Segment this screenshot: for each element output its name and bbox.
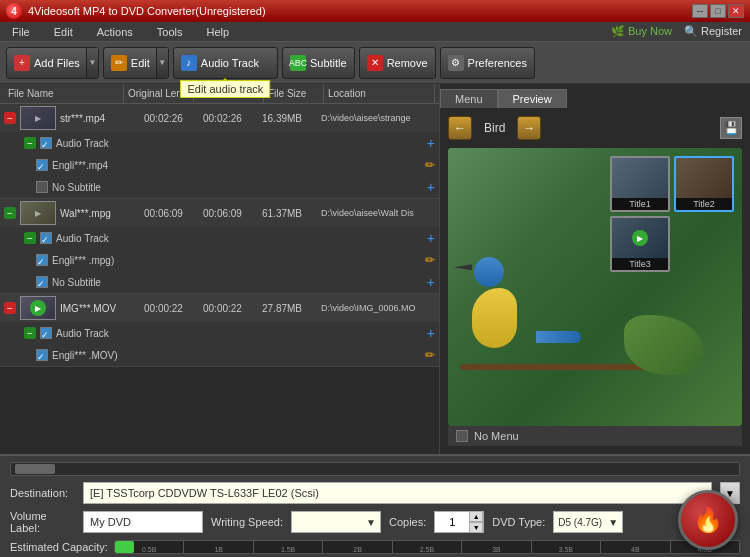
track-add-3[interactable]: +	[427, 325, 435, 341]
sub-name-3: Engli*** .MOV)	[52, 350, 118, 361]
add-files-dropdown-arrow[interactable]: ▼	[86, 48, 98, 78]
subtitle-button[interactable]: ABC Subtitle	[282, 47, 355, 79]
title-bar: 4 4Videosoft MP4 to DVD Converter(Unregi…	[0, 0, 750, 22]
window-controls: ─ □ ✕	[692, 4, 744, 18]
track-row-2: − Audio Track +	[0, 227, 439, 249]
track-label-1: Audio Track	[56, 138, 109, 149]
mark-7: 3.5B	[532, 541, 601, 553]
track-checkbox-2[interactable]	[40, 232, 52, 244]
copies-spinner[interactable]: 1 ▲ ▼	[434, 511, 484, 533]
no-menu-checkbox[interactable]	[456, 430, 468, 442]
preferences-button[interactable]: ⚙ Preferences	[440, 47, 535, 79]
sub-checkbox-2[interactable]	[36, 254, 48, 266]
dvd-next-button[interactable]: →	[517, 116, 541, 140]
table-row[interactable]: − ▶ IMG***.MOV 00:00:22 00:00:22 27.87MB…	[0, 294, 439, 322]
col-header-size: File Size	[264, 84, 324, 103]
dvd-tabs: Menu Preview	[440, 84, 750, 108]
sub-checkbox-3[interactable]	[36, 349, 48, 361]
collapse-button-3[interactable]: −	[4, 302, 16, 314]
sub-checkbox-1[interactable]	[36, 159, 48, 171]
track-checkbox-3[interactable]	[40, 327, 52, 339]
horizontal-scrollbar[interactable]	[10, 462, 740, 476]
buy-now-link[interactable]: 🌿 Buy Now	[611, 25, 672, 38]
minimize-button[interactable]: ─	[692, 4, 708, 18]
title-thumb-row-2: ▶ Title3	[610, 216, 734, 272]
destination-combo[interactable]: [E] TSSTcorp CDDVDW TS-L633F LE02 (Scsi)	[83, 482, 712, 504]
collapse-button-2[interactable]: −	[4, 207, 16, 219]
capacity-marks: 0.5B 1B 1.5B 2B 2.5B 3B 3.5B 4B 4.5B	[115, 541, 739, 553]
add-files-button[interactable]: + Add Files ▼	[6, 47, 99, 79]
tab-menu[interactable]: Menu	[440, 89, 498, 108]
dvd-panel: Menu Preview ← Bird → 💾	[440, 84, 750, 454]
title-thumb-3[interactable]: ▶ Title3	[610, 216, 670, 272]
edit-button[interactable]: ✏ Edit ▼	[103, 47, 169, 79]
menu-tools[interactable]: Tools	[153, 24, 187, 40]
scroll-thumb[interactable]	[15, 464, 55, 474]
sub-edit-3[interactable]: ✏	[425, 348, 435, 362]
tab-preview[interactable]: Preview	[498, 89, 567, 108]
table-row[interactable]: − ▶ str***.mp4 00:02:26 00:02:26 16.39MB…	[0, 104, 439, 132]
col-header-name: File Name	[4, 84, 124, 103]
file-size-3: 27.87MB	[262, 303, 317, 314]
volume-input[interactable]	[83, 511, 203, 533]
copies-up-button[interactable]: ▲	[469, 511, 483, 522]
sub-row-3: Engli*** .MOV) ✏	[0, 344, 439, 366]
subtitle-checkbox-1[interactable]	[36, 181, 48, 193]
dvd-save-button[interactable]: 💾	[720, 117, 742, 139]
dvd-prev-button[interactable]: ←	[448, 116, 472, 140]
register-link[interactable]: 🔍 Register	[684, 25, 742, 38]
menu-edit[interactable]: Edit	[50, 24, 77, 40]
mark-4: 2B	[323, 541, 392, 553]
title-thumb-1[interactable]: Title1	[610, 156, 670, 212]
title-thumbnails: Title1 Title2 ▶ Title3	[610, 156, 734, 272]
copies-down-button[interactable]: ▼	[469, 522, 483, 533]
file-group-1: − ▶ str***.mp4 00:02:26 00:02:26 16.39MB…	[0, 104, 439, 199]
destination-row: Destination: [E] TSSTcorp CDDVDW TS-L633…	[10, 482, 740, 504]
mark-8: 4B	[601, 541, 670, 553]
remove-button[interactable]: ✕ Remove	[359, 47, 436, 79]
bird-body	[472, 288, 517, 348]
sub-edit-1[interactable]: ✏	[425, 158, 435, 172]
app-icon: 4	[6, 3, 22, 19]
file-thumbnail-3: ▶	[20, 296, 56, 320]
track-checkbox-1[interactable]	[40, 137, 52, 149]
dvd-type-combo[interactable]: D5 (4.7G) ▼	[553, 511, 623, 533]
menu-help[interactable]: Help	[202, 24, 233, 40]
thumb-label-1: Title1	[612, 198, 668, 210]
copies-label: Copies:	[389, 516, 426, 528]
mark-3: 1.5B	[254, 541, 323, 553]
maximize-button[interactable]: □	[710, 4, 726, 18]
no-subtitle-row-1: No Subtitle +	[0, 176, 439, 198]
flame-icon: 🔥	[693, 506, 723, 534]
table-row[interactable]: − ▶ Wal***.mpg 00:06:09 00:06:09 61.37MB…	[0, 199, 439, 227]
edit-dropdown-arrow[interactable]: ▼	[156, 48, 168, 78]
menu-file[interactable]: File	[8, 24, 34, 40]
thumb-label-2: Title2	[676, 198, 732, 210]
subtitle-checkbox-2[interactable]	[36, 276, 48, 288]
subtitle-add-1[interactable]: +	[427, 179, 435, 195]
subtitle-add-2[interactable]: +	[427, 274, 435, 290]
collapse-button-1[interactable]: −	[4, 112, 16, 124]
title-thumb-2[interactable]: Title2	[674, 156, 734, 212]
audio-track-button[interactable]: ♪ Audio Track Edit audio track	[173, 47, 278, 79]
writing-speed-combo[interactable]: ▼	[291, 511, 381, 533]
file-size-2: 61.37MB	[262, 208, 317, 219]
track-collapse-3[interactable]: −	[24, 327, 36, 339]
close-button[interactable]: ✕	[728, 4, 744, 18]
thumb-label-3: Title3	[612, 258, 668, 270]
menu-actions[interactable]: Actions	[93, 24, 137, 40]
toolbar: + Add Files ▼ ✏ Edit ▼ ♪ Audio Track Edi…	[0, 42, 750, 84]
track-add-2[interactable]: +	[427, 230, 435, 246]
subtitle-icon: ABC	[290, 55, 306, 71]
sub-edit-2[interactable]: ✏	[425, 253, 435, 267]
track-add-1[interactable]: +	[427, 135, 435, 151]
track-collapse-2[interactable]: −	[24, 232, 36, 244]
file-list: File Name Original Leni Trimmed Len File…	[0, 84, 440, 454]
bird-tail	[536, 331, 581, 343]
burn-button[interactable]: 🔥	[678, 490, 738, 550]
track-label-3: Audio Track	[56, 328, 109, 339]
col-header-loc: Location	[324, 84, 435, 103]
track-collapse-1[interactable]: −	[24, 137, 36, 149]
dvd-title-label: Bird	[484, 121, 505, 135]
track-row-1: − Audio Track +	[0, 132, 439, 154]
